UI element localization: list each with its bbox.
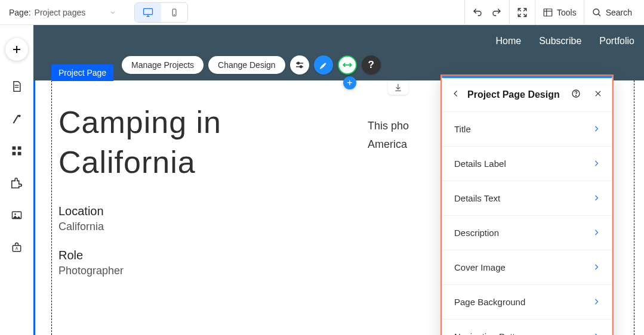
chevron-right-icon [593, 159, 600, 169]
panel-item-label: Title [454, 124, 471, 134]
page-dropdown-label: Page: [9, 8, 31, 17]
chevron-right-icon [593, 228, 600, 238]
chevron-down-icon [109, 9, 116, 16]
change-design-button[interactable]: Change Design [208, 56, 285, 74]
panel-item-label: Details Label [454, 159, 506, 169]
svg-rect-0 [144, 8, 153, 14]
tools-button[interactable]: Tools [543, 7, 577, 18]
panel-item-label: Cover Image [454, 262, 506, 272]
desc-fragment-1: This pho [368, 120, 409, 132]
svg-point-34 [575, 95, 576, 96]
editor-stage: Home Subscribe Portfolio Project Page Ma… [33, 25, 644, 335]
apps-grid-icon[interactable] [10, 144, 23, 157]
search-label: Search [606, 8, 632, 17]
svg-rect-20 [17, 147, 21, 150]
svg-point-24 [14, 213, 16, 215]
chevron-right-icon [593, 331, 600, 335]
panel-item-title[interactable]: Title [442, 112, 612, 147]
design-panel: Project Page Design Title Details Label … [442, 76, 612, 335]
panel-close-button[interactable] [594, 89, 602, 100]
svg-rect-16 [14, 87, 19, 88]
panel-item-label: Navigation Buttons [454, 331, 529, 335]
panel-item-label: Details Text [454, 193, 500, 203]
panel-back-button[interactable] [452, 89, 460, 100]
selection-tag[interactable]: Project Page [51, 64, 113, 81]
svg-point-18 [18, 114, 20, 117]
nav-portfolio[interactable]: Portfolio [599, 36, 634, 46]
theme-icon[interactable] [10, 112, 23, 125]
svg-rect-21 [12, 152, 16, 156]
pages-icon[interactable] [10, 80, 23, 93]
panel-title: Project Page Design [467, 89, 564, 100]
addons-icon[interactable] [10, 176, 23, 190]
nav-subscribe[interactable]: Subscribe [539, 36, 581, 46]
device-toggle [134, 2, 188, 23]
project-title[interactable]: Camping in California [58, 103, 297, 182]
svg-point-28 [297, 62, 299, 64]
left-tool-rail: A [0, 25, 33, 335]
chevron-right-icon [593, 297, 600, 307]
site-main-nav: Home Subscribe Portfolio [495, 36, 634, 46]
add-element-button[interactable] [5, 38, 28, 61]
business-icon[interactable]: A [10, 241, 23, 254]
design-panel-header: Project Page Design [442, 78, 612, 111]
chevron-right-icon [593, 262, 600, 272]
panel-item-cover-image[interactable]: Cover Image [442, 250, 612, 285]
editor-topbar: Page: Project pages [0, 0, 644, 25]
panel-help-button[interactable] [571, 89, 581, 101]
element-action-bar: Manage Projects Change Design ? [122, 55, 381, 75]
meta-value-role[interactable]: Photographer [58, 265, 297, 277]
page-dropdown-value: Project pages [35, 8, 86, 17]
meta-label-location[interactable]: Location [58, 204, 297, 218]
chevron-right-icon [593, 124, 600, 134]
settings-toggle-button[interactable] [290, 55, 309, 75]
zoom-out-button[interactable] [517, 7, 528, 18]
svg-rect-17 [14, 85, 19, 86]
svg-rect-9 [544, 9, 552, 16]
svg-point-4 [174, 14, 175, 15]
svg-rect-19 [12, 147, 16, 150]
download-attach-button[interactable] [388, 80, 408, 95]
meta-label-role[interactable]: Role [58, 249, 297, 262]
panel-item-navigation-buttons[interactable]: Navigation Buttons [442, 320, 612, 335]
mobile-view-button[interactable] [161, 3, 187, 22]
svg-point-30 [300, 66, 301, 67]
svg-point-12 [593, 9, 599, 15]
stretch-button[interactable] [338, 55, 357, 75]
manage-projects-button[interactable]: Manage Projects [122, 56, 204, 74]
panel-item-description[interactable]: Description [442, 216, 612, 250]
design-panel-list: Title Details Label Details Text Descrip… [442, 111, 612, 335]
panel-item-details-label[interactable]: Details Label [442, 147, 612, 181]
add-section-button[interactable]: + [343, 76, 356, 89]
media-icon[interactable] [10, 209, 23, 222]
svg-rect-22 [17, 152, 21, 156]
undo-button[interactable] [472, 7, 483, 18]
panel-item-label: Page Background [454, 297, 525, 307]
svg-text:A: A [15, 246, 18, 250]
chevron-right-icon [593, 193, 600, 203]
help-button[interactable]: ? [362, 55, 381, 75]
panel-item-page-background[interactable]: Page Background [442, 285, 612, 320]
page-dropdown[interactable]: Page: Project pages [9, 8, 116, 17]
redo-button[interactable] [491, 7, 502, 18]
project-content: Camping in California Location Californi… [58, 103, 297, 293]
search-button[interactable]: Search [591, 7, 632, 18]
svg-line-13 [598, 14, 600, 16]
desc-fragment-2: America [368, 138, 407, 150]
desktop-view-button[interactable] [135, 3, 161, 22]
tools-label: Tools [557, 8, 577, 17]
panel-item-details-text[interactable]: Details Text [442, 181, 612, 216]
nav-home[interactable]: Home [495, 36, 521, 46]
meta-value-location[interactable]: California [58, 221, 297, 233]
panel-item-label: Description [454, 228, 499, 238]
design-brush-button[interactable] [314, 55, 333, 75]
